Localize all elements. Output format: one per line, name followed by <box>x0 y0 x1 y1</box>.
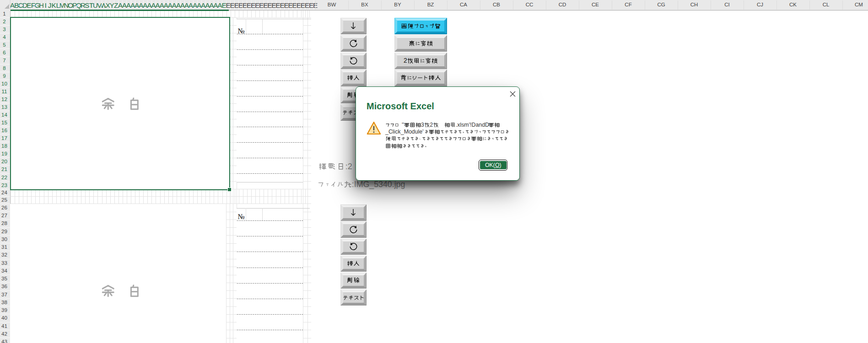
svg-text::2: :2 <box>345 161 352 171</box>
svg-text::IMG_5340.jpg: :IMG_5340.jpg <box>352 179 405 189</box>
svg-text:3: 3 <box>421 122 424 128</box>
svg-text:'': '' <box>402 122 404 128</box>
svg-text:2: 2 <box>430 122 433 128</box>
svg-text:.xlsm'!DandD: .xlsm'!DandD <box>456 122 489 128</box>
svg-text:2: 2 <box>404 57 407 64</box>
svg-text:_Click_Module': _Click_Module' <box>385 129 424 135</box>
